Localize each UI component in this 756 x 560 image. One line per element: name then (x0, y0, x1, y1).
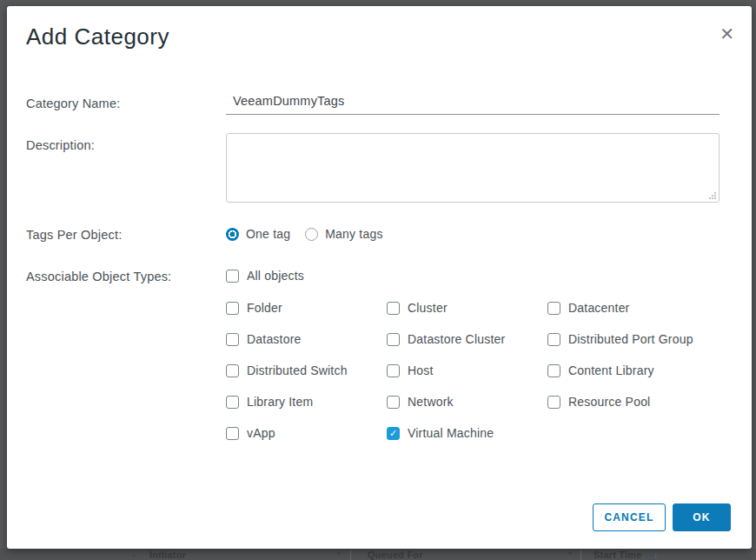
radio-option-many-tags[interactable]: Many tags (305, 227, 382, 241)
checkbox-label: All objects (247, 269, 304, 283)
dimmed-background-table-header: ⌄ Initiator ▼ Queued For ▼ Start Time ↓ (0, 549, 756, 560)
checkbox-icon[interactable] (226, 333, 239, 346)
object-type-virtual-machine[interactable]: Virtual Machine (387, 426, 547, 440)
checkbox-icon[interactable] (226, 427, 239, 440)
checkbox-label: Datastore Cluster (408, 332, 505, 346)
tags-per-object-radio-group: One tag Many tags (226, 227, 383, 241)
object-type-cluster[interactable]: Cluster (387, 301, 547, 315)
ok-button[interactable]: OK (673, 503, 731, 531)
category-name-label: Category Name: (26, 97, 120, 110)
radio-icon[interactable] (305, 228, 318, 241)
object-type-distributed-switch[interactable]: Distributed Switch (226, 363, 387, 377)
checkbox-label: Distributed Port Group (568, 332, 693, 346)
checkbox-icon[interactable] (547, 364, 560, 377)
object-type-all-objects[interactable]: All objects (226, 269, 304, 283)
cancel-button[interactable]: CANCEL (593, 503, 666, 531)
close-icon[interactable]: ✕ (720, 25, 734, 43)
checkbox-label: Cluster (408, 301, 448, 315)
column-divider (580, 550, 581, 560)
checkbox-label: Distributed Switch (247, 363, 348, 377)
object-type-datastore[interactable]: Datastore (226, 332, 387, 346)
category-name-input[interactable] (226, 91, 720, 115)
add-category-dialog: Add Category ✕ Category Name: Descriptio… (7, 6, 752, 549)
checkbox-icon[interactable] (387, 396, 400, 409)
description-textarea[interactable] (226, 133, 720, 203)
object-type-vapp[interactable]: vApp (226, 426, 387, 440)
object-type-folder[interactable]: Folder (226, 301, 387, 315)
checkbox-label: Host (408, 363, 434, 377)
checkbox-icon[interactable] (387, 333, 400, 346)
checkbox-label: Datacenter (568, 301, 629, 315)
checkbox-icon[interactable] (387, 364, 400, 377)
checkbox-icon[interactable] (226, 270, 239, 283)
checkbox-label: Folder (247, 301, 282, 315)
column-divider (350, 550, 351, 560)
checkbox-label: Network (408, 395, 454, 409)
checkbox-icon[interactable] (547, 396, 560, 409)
object-type-datastore-cluster[interactable]: Datastore Cluster (387, 332, 547, 346)
checkbox-label: Virtual Machine (408, 426, 494, 440)
checkbox-icon[interactable] (387, 302, 400, 315)
checkbox-label: Resource Pool (568, 395, 650, 409)
checkbox-icon[interactable] (547, 333, 560, 346)
checkbox-label: vApp (247, 426, 275, 440)
radio-icon[interactable] (226, 228, 239, 241)
object-type-network[interactable]: Network (387, 395, 547, 409)
background-column-start-time: Start Time (594, 550, 642, 560)
sort-descending-icon: ↓ (653, 550, 659, 560)
tags-per-object-label: Tags Per Object: (26, 228, 122, 242)
dialog-title: Add Category (26, 23, 169, 50)
object-type-content-library[interactable]: Content Library (547, 363, 720, 377)
checkbox-label: Datastore (247, 332, 302, 346)
object-type-datacenter[interactable]: Datacenter (547, 301, 720, 315)
radio-label: Many tags (325, 227, 382, 241)
associable-object-types-label: Associable Object Types: (26, 270, 171, 283)
object-type-library-item[interactable]: Library Item (226, 395, 387, 409)
object-type-grid: FolderClusterDatacenterDatastoreDatastor… (226, 301, 720, 440)
chevron-down-icon: ⌄ (130, 550, 137, 558)
radio-label: One tag (246, 227, 290, 241)
radio-option-one-tag[interactable]: One tag (226, 227, 290, 241)
background-column-queued-for: Queued For (368, 550, 423, 560)
object-type-distributed-port-group[interactable]: Distributed Port Group (547, 332, 720, 346)
description-label: Description: (26, 138, 95, 152)
checkbox-label: Content Library (568, 363, 654, 377)
checkbox-label: Library Item (247, 395, 313, 409)
filter-icon: ▼ (335, 550, 342, 557)
dialog-footer: CANCEL OK (593, 503, 731, 531)
object-type-host[interactable]: Host (387, 363, 547, 377)
object-type-resource-pool[interactable]: Resource Pool (547, 395, 720, 409)
background-column-initiator: Initiator (149, 550, 186, 560)
filter-icon: ▼ (567, 550, 574, 557)
checkbox-icon[interactable] (226, 396, 239, 409)
checkbox-icon[interactable] (387, 427, 400, 440)
checkbox-icon[interactable] (547, 302, 560, 315)
checkbox-icon[interactable] (226, 302, 239, 315)
checkbox-icon[interactable] (226, 364, 239, 377)
